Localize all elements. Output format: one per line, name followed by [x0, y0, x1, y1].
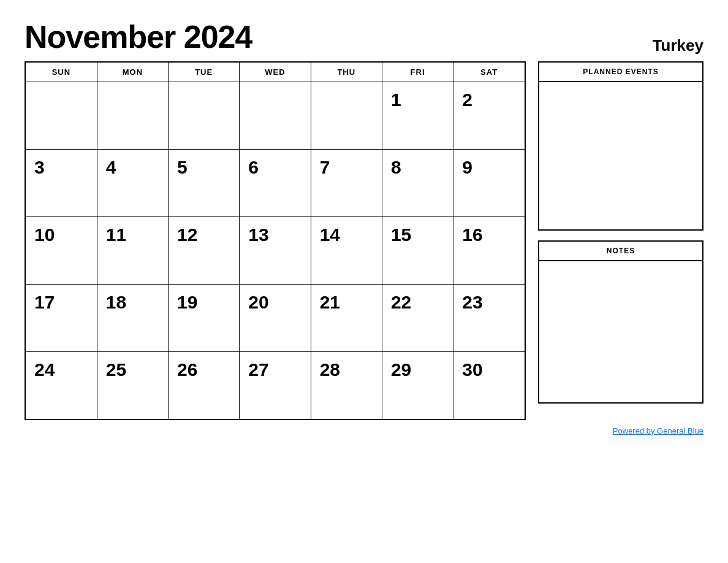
- calendar-week-row: 24252627282930: [25, 352, 525, 419]
- col-sat: SAT: [453, 62, 525, 82]
- calendar-day-cell: [311, 82, 382, 150]
- country-title: Turkey: [653, 36, 703, 55]
- calendar-day-cell: 6: [240, 150, 311, 217]
- calendar-day-cell: 23: [453, 285, 525, 352]
- calendar-day-cell: 22: [382, 285, 453, 352]
- powered-by-link[interactable]: Powered by General Blue: [613, 426, 703, 435]
- calendar-day-cell: 26: [169, 352, 240, 419]
- calendar-day-cell: 30: [453, 352, 525, 419]
- main-layout: SUN MON TUE WED THU FRI SAT 123456789101…: [25, 61, 703, 420]
- notes-box: NOTES: [538, 240, 703, 404]
- calendar-day-cell: 24: [25, 352, 97, 419]
- notes-header: NOTES: [539, 242, 702, 261]
- calendar-week-row: 17181920212223: [25, 285, 525, 352]
- calendar-day-cell: 21: [311, 285, 382, 352]
- col-thu: THU: [311, 62, 382, 82]
- calendar-day-cell: 11: [97, 217, 168, 285]
- calendar-week-row: 12: [25, 82, 525, 150]
- calendar-day-cell: 16: [453, 217, 525, 285]
- calendar-day-cell: [169, 82, 240, 150]
- calendar-day-cell: 17: [25, 285, 97, 352]
- col-fri: FRI: [382, 62, 453, 82]
- col-wed: WED: [240, 62, 311, 82]
- planned-events-body: [539, 82, 702, 229]
- calendar-day-cell: 19: [169, 285, 240, 352]
- calendar-day-cell: 27: [240, 352, 311, 419]
- calendar-day-cell: 29: [382, 352, 453, 419]
- calendar-day-cell: 1: [382, 82, 453, 150]
- col-mon: MON: [97, 62, 168, 82]
- calendar-day-cell: 3: [25, 150, 97, 217]
- col-sun: SUN: [25, 62, 97, 82]
- planned-events-header: PLANNED EVENTS: [539, 63, 702, 82]
- calendar-day-cell: 20: [240, 285, 311, 352]
- calendar-day-cell: [97, 82, 168, 150]
- calendar-day-cell: 4: [97, 150, 168, 217]
- calendar-day-cell: 5: [169, 150, 240, 217]
- calendar-header-row: SUN MON TUE WED THU FRI SAT: [25, 62, 525, 82]
- calendar-day-cell: 15: [382, 217, 453, 285]
- col-tue: TUE: [169, 62, 240, 82]
- calendar-day-cell: 28: [311, 352, 382, 419]
- calendar-day-cell: 13: [240, 217, 311, 285]
- calendar-day-cell: 9: [453, 150, 525, 217]
- calendar-table: SUN MON TUE WED THU FRI SAT 123456789101…: [25, 61, 526, 420]
- calendar-day-cell: 2: [453, 82, 525, 150]
- powered-by-section: Powered by General Blue: [25, 426, 703, 435]
- calendar-day-cell: 8: [382, 150, 453, 217]
- calendar-day-cell: 10: [25, 217, 97, 285]
- calendar-day-cell: [25, 82, 97, 150]
- calendar-week-row: 3456789: [25, 150, 525, 217]
- calendar-section: SUN MON TUE WED THU FRI SAT 123456789101…: [25, 61, 526, 420]
- sidebar-section: PLANNED EVENTS NOTES: [538, 61, 703, 404]
- calendar-day-cell: 7: [311, 150, 382, 217]
- planned-events-box: PLANNED EVENTS: [538, 61, 703, 231]
- calendar-day-cell: [240, 82, 311, 150]
- calendar-day-cell: 18: [97, 285, 168, 352]
- month-year-title: November 2024: [25, 18, 252, 55]
- calendar-week-row: 10111213141516: [25, 217, 525, 285]
- calendar-day-cell: 12: [169, 217, 240, 285]
- calendar-day-cell: 14: [311, 217, 382, 285]
- notes-body: [539, 261, 702, 402]
- calendar-day-cell: 25: [97, 352, 168, 419]
